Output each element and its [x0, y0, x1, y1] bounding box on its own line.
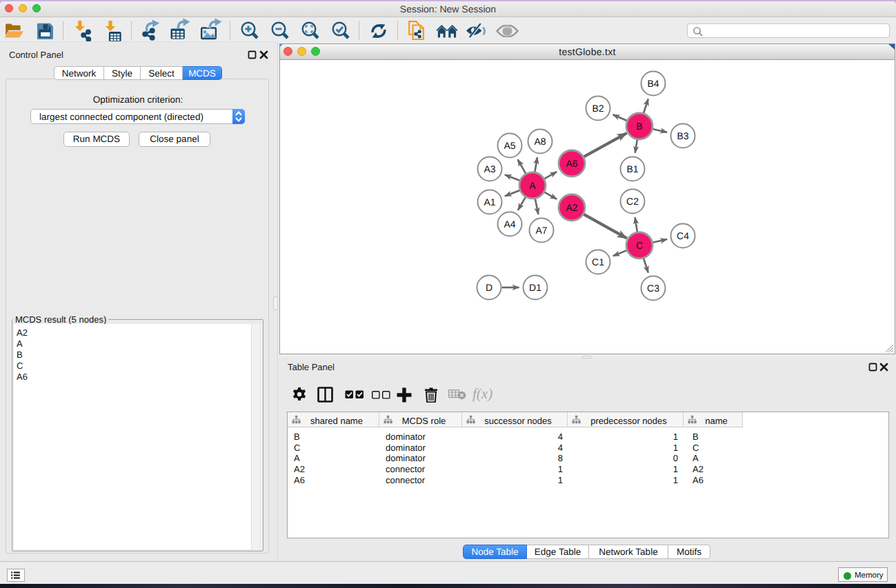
svg-text:B1: B1	[626, 163, 638, 174]
svg-text:A4: A4	[504, 219, 515, 230]
svg-text:A2: A2	[566, 202, 577, 213]
svg-text:A5: A5	[504, 140, 515, 151]
svg-text:C4: C4	[677, 230, 689, 241]
svg-text:A6: A6	[566, 158, 577, 169]
svg-text:C: C	[636, 240, 643, 251]
svg-text:A7: A7	[535, 225, 547, 236]
svg-text:C3: C3	[647, 283, 659, 294]
svg-text:A1: A1	[484, 196, 495, 207]
svg-text:B4: B4	[647, 78, 659, 89]
svg-text:B3: B3	[677, 130, 688, 141]
svg-text:A: A	[529, 180, 536, 191]
svg-text:D: D	[486, 282, 492, 293]
svg-text:A8: A8	[534, 136, 546, 147]
svg-text:C1: C1	[592, 256, 604, 267]
svg-text:B: B	[636, 121, 642, 132]
svg-text:D1: D1	[529, 282, 541, 293]
svg-text:B2: B2	[592, 103, 604, 114]
svg-text:A3: A3	[484, 163, 495, 174]
svg-text:C2: C2	[626, 196, 639, 207]
